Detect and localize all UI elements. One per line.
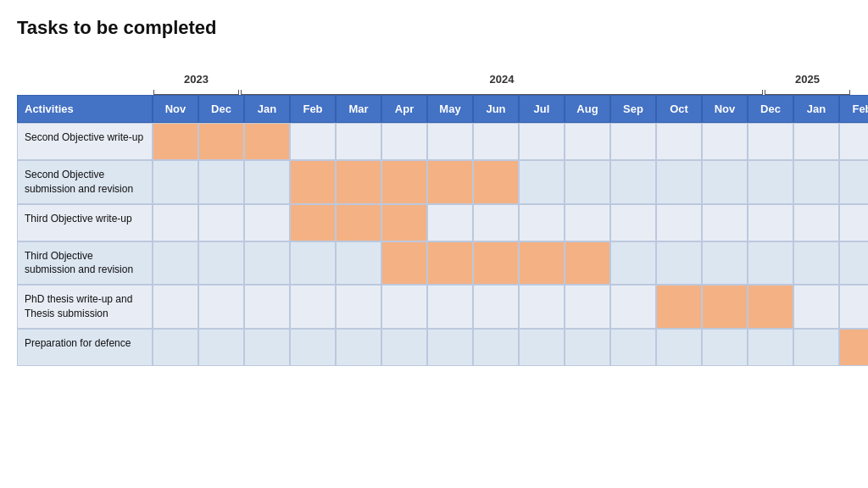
month-header-7: Jun bbox=[473, 95, 519, 123]
month-cell bbox=[244, 285, 290, 329]
month-cell bbox=[748, 329, 793, 366]
month-cell bbox=[702, 160, 748, 204]
month-cell bbox=[198, 285, 244, 329]
month-cell bbox=[336, 329, 381, 366]
month-cell bbox=[793, 285, 839, 329]
month-cell bbox=[427, 329, 473, 366]
month-cell bbox=[336, 160, 381, 204]
month-cell bbox=[519, 204, 565, 241]
month-cell bbox=[198, 160, 244, 204]
table-row: Preparation for defence bbox=[17, 329, 851, 366]
month-header-14: Jan bbox=[793, 95, 839, 123]
month-cell bbox=[748, 241, 793, 286]
month-cell bbox=[656, 160, 702, 204]
month-cell bbox=[656, 285, 702, 329]
year-row: 202320242025 bbox=[153, 73, 851, 95]
month-cell bbox=[519, 329, 565, 366]
month-cell bbox=[702, 329, 748, 366]
year-label-2023: 2023 bbox=[184, 73, 209, 86]
month-cell bbox=[702, 241, 748, 286]
month-cell bbox=[839, 285, 868, 329]
year-bracket-row bbox=[153, 54, 851, 73]
month-header-9: Aug bbox=[565, 95, 610, 123]
month-cell bbox=[381, 160, 427, 204]
month-header-4: Mar bbox=[336, 95, 381, 123]
month-cell bbox=[793, 160, 839, 204]
month-cell bbox=[565, 204, 610, 241]
month-header-0: Nov bbox=[153, 95, 198, 123]
month-cell bbox=[565, 285, 610, 329]
month-cell bbox=[244, 160, 290, 204]
table-row: Second Objective write-up bbox=[17, 123, 851, 160]
page-title: Tasks to be completed bbox=[17, 17, 851, 39]
year-bracket-2025: 2025 bbox=[764, 73, 851, 95]
table-row: PhD thesis write-up and Thesis submissio… bbox=[17, 285, 851, 329]
table-row: Third Objective write-up bbox=[17, 204, 851, 241]
month-cell bbox=[839, 204, 868, 241]
month-header-6: May bbox=[427, 95, 473, 123]
month-cell bbox=[473, 285, 519, 329]
month-header-2: Jan bbox=[244, 95, 290, 123]
year-bracket-2023: 2023 bbox=[153, 73, 240, 95]
gantt-table: ActivitiesNovDecJanFebMarAprMayJunJulAug… bbox=[17, 95, 851, 366]
month-cell bbox=[427, 160, 473, 204]
month-header-8: Jul bbox=[519, 95, 565, 123]
month-cell bbox=[793, 329, 839, 366]
month-cell bbox=[702, 285, 748, 329]
month-cell bbox=[198, 241, 244, 286]
activity-label: PhD thesis write-up and Thesis submissio… bbox=[17, 285, 153, 329]
month-cell bbox=[198, 204, 244, 241]
month-cell bbox=[519, 123, 565, 160]
table-row: Second Objective submission and revision bbox=[17, 160, 851, 204]
month-cell bbox=[610, 241, 656, 286]
month-cell bbox=[473, 204, 519, 241]
month-cell bbox=[839, 160, 868, 204]
month-cell bbox=[565, 123, 610, 160]
month-cell bbox=[610, 285, 656, 329]
month-cell bbox=[519, 241, 565, 286]
month-cell bbox=[748, 285, 793, 329]
month-cell bbox=[381, 241, 427, 286]
month-cell bbox=[748, 160, 793, 204]
month-cell bbox=[381, 285, 427, 329]
month-cell bbox=[656, 329, 702, 366]
month-cell bbox=[519, 285, 565, 329]
month-header-12: Nov bbox=[702, 95, 748, 123]
month-cell bbox=[473, 329, 519, 366]
month-cell bbox=[153, 160, 198, 204]
year-label-2025: 2025 bbox=[795, 73, 820, 86]
activity-label: Second Objective write-up bbox=[17, 123, 153, 160]
month-cell bbox=[748, 204, 793, 241]
month-cell bbox=[153, 241, 198, 286]
month-cell bbox=[610, 123, 656, 160]
month-cell bbox=[336, 241, 381, 286]
month-cell bbox=[381, 123, 427, 160]
month-cell bbox=[473, 160, 519, 204]
month-cell bbox=[427, 123, 473, 160]
month-cell bbox=[427, 241, 473, 286]
month-cell bbox=[244, 204, 290, 241]
month-cell bbox=[565, 329, 610, 366]
year-bracket-2024: 2024 bbox=[240, 73, 764, 95]
month-cell bbox=[381, 329, 427, 366]
activity-label: Preparation for defence bbox=[17, 329, 153, 366]
month-cell bbox=[839, 241, 868, 286]
month-cell bbox=[519, 160, 565, 204]
month-cell bbox=[290, 329, 336, 366]
month-cell bbox=[198, 329, 244, 366]
month-cell bbox=[336, 123, 381, 160]
month-cell bbox=[153, 204, 198, 241]
month-cell bbox=[244, 329, 290, 366]
month-header-15: Feb bbox=[839, 95, 868, 123]
month-cell bbox=[290, 160, 336, 204]
month-cell bbox=[244, 241, 290, 286]
month-cell bbox=[198, 123, 244, 160]
month-cell bbox=[153, 329, 198, 366]
month-cell bbox=[656, 204, 702, 241]
month-cell bbox=[793, 123, 839, 160]
month-cell bbox=[244, 123, 290, 160]
month-cell bbox=[336, 204, 381, 241]
month-cell bbox=[610, 160, 656, 204]
month-cell bbox=[290, 241, 336, 286]
month-cell bbox=[153, 285, 198, 329]
